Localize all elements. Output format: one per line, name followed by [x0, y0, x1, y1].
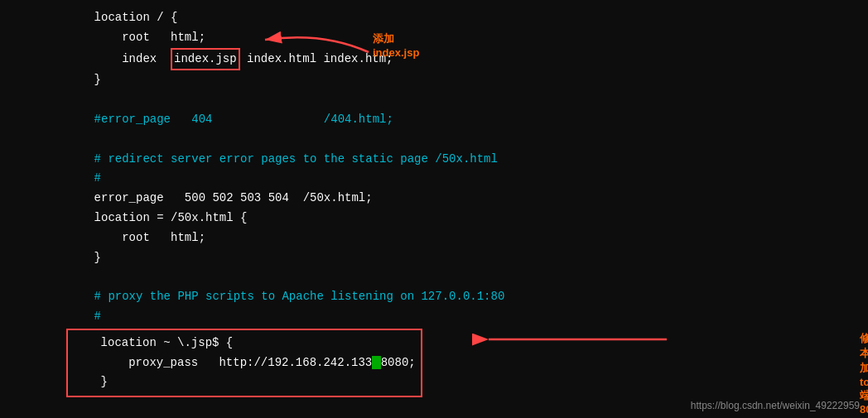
code-line-18: proxy_pass http://192.168.242.133:8080;: [73, 353, 416, 373]
highlight-index-jsp: index.jsp: [171, 48, 240, 71]
code-line-10: error_page 500 502 503 504 /50x.html;: [66, 189, 802, 209]
code-line-12: root html;: [66, 228, 802, 248]
green-char: :: [372, 356, 380, 369]
code-line-5: [66, 90, 802, 110]
location-box: location ~ \.jsp$ { proxy_pass http://19…: [66, 329, 422, 397]
code-line-13: }: [66, 248, 802, 268]
watermark: https://blog.csdn.net/weixin_49222959: [691, 400, 860, 411]
code-line-11: location = /50x.html {: [66, 209, 802, 228]
code-line-14: [66, 267, 802, 287]
annotation-modify-text: 修改为本机ip加tomcat端口8080: [860, 331, 868, 416]
code-area: location / { root html; index index.jsp …: [0, 0, 868, 406]
code-line-3: index index.jsp index.html index.htm;: [66, 48, 802, 71]
code-line-6: #error_page 404 /404.html;: [66, 110, 802, 130]
code-line-17: location ~ \.jsp$ {: [73, 334, 416, 353]
code-line-16: #: [66, 307, 802, 327]
code-line-15: # proxy the PHP scripts to Apache listen…: [66, 287, 802, 307]
code-line-1: location / {: [66, 8, 802, 28]
code-line-8: # redirect server error pages to the sta…: [66, 150, 802, 170]
annotation-add-text: 添加index.jsp: [373, 31, 419, 59]
code-line-7: [66, 130, 802, 150]
code-line-9: #: [66, 169, 802, 189]
code-line-4: }: [66, 70, 802, 90]
code-line-19: }: [73, 372, 416, 392]
code-line-2: root html;: [66, 28, 802, 48]
